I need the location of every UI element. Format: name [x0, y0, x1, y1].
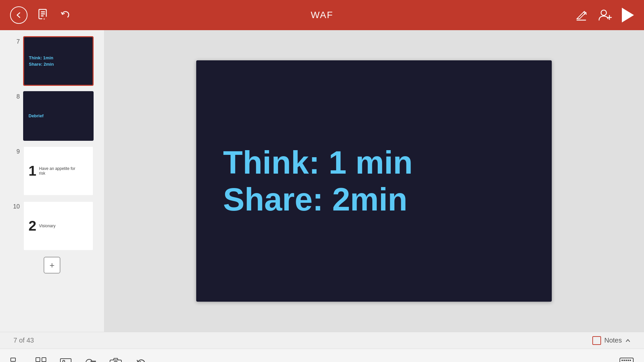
header-right: A	[575, 8, 634, 22]
notes-label: Notes	[604, 337, 622, 344]
slide-8-text: Debrief	[29, 113, 44, 119]
svg-rect-33	[630, 360, 631, 361]
slide-item-8[interactable]: 8 Debrief	[10, 91, 94, 141]
bottom-toolbar	[0, 349, 644, 362]
svg-rect-29	[622, 360, 623, 361]
svg-rect-3	[41, 15, 44, 16]
header-left: +	[10, 6, 72, 24]
slide-9-label: Have an appetite for risk	[39, 166, 79, 176]
outline-view-button[interactable]	[10, 357, 22, 362]
current-slide[interactable]: Think: 1 min Share: 2min	[196, 60, 552, 302]
header: + WAF A	[0, 0, 644, 30]
svg-rect-32	[628, 360, 629, 361]
svg-rect-16	[42, 358, 46, 362]
annotate-button[interactable]: A	[575, 9, 588, 21]
svg-text:+: +	[43, 17, 45, 21]
svg-text:A: A	[584, 11, 587, 15]
slide-number-7: 7	[10, 36, 20, 45]
play-button[interactable]	[622, 8, 634, 22]
slide-10-label: Visionary	[39, 224, 55, 228]
chevron-up-icon	[625, 338, 631, 343]
svg-rect-2	[41, 13, 45, 14]
slide-number-8: 8	[10, 91, 20, 100]
slide-thumb-7[interactable]: Think: 1minShare: 2min	[23, 36, 94, 86]
slide-thumb-9[interactable]: 1 Have an appetite for risk	[23, 146, 94, 196]
svg-rect-22	[91, 361, 96, 362]
slide-item-9[interactable]: 9 1 Have an appetite for risk	[10, 146, 94, 196]
notes-icon	[592, 336, 601, 345]
undo-button[interactable]	[60, 9, 72, 21]
svg-rect-30	[624, 360, 625, 361]
slide-item-7[interactable]: 7 Think: 1minShare: 2min	[10, 36, 94, 86]
notes-toggle[interactable]: Notes	[592, 336, 631, 345]
status-bar: 7 of 43 Notes	[0, 332, 644, 349]
slide-number-9: 9	[10, 146, 20, 155]
camera-button[interactable]	[109, 357, 122, 362]
keyboard-button[interactable]	[619, 357, 634, 362]
svg-rect-19	[60, 359, 71, 362]
bottom-left-tools	[10, 357, 147, 362]
bottom-right-tools	[596, 357, 634, 362]
slide-thumb-10[interactable]: 2 Visionary	[23, 201, 94, 251]
slide-number-10: 10	[10, 201, 20, 210]
bottom-undo-button[interactable]	[135, 357, 147, 362]
more-options-button[interactable]	[596, 358, 610, 362]
presentation-title: WAF	[311, 10, 333, 20]
shape-tool-button[interactable]	[85, 357, 97, 362]
slide-panel: 7 Think: 1minShare: 2min 8 Debrief 9 1	[0, 30, 104, 332]
title-text: WAF	[311, 10, 333, 20]
slide-editor: Think: 1 min Share: 2min	[104, 30, 644, 332]
svg-point-8	[601, 10, 606, 15]
main-area: 7 Think: 1minShare: 2min 8 Debrief 9 1	[0, 30, 644, 332]
slide-7-text: Think: 1minShare: 2min	[29, 55, 54, 68]
svg-rect-1	[41, 11, 45, 12]
svg-point-20	[63, 360, 65, 362]
page-indicator: 7 of 43	[13, 337, 34, 344]
grid-view-button[interactable]	[35, 357, 47, 362]
svg-rect-31	[626, 360, 627, 361]
slide-thumb-8[interactable]: Debrief	[23, 91, 94, 141]
add-user-button[interactable]	[598, 9, 612, 21]
image-button[interactable]	[60, 357, 72, 362]
back-button[interactable]	[10, 6, 28, 24]
slide-line-2: Share: 2min	[223, 181, 408, 218]
svg-rect-15	[36, 358, 40, 362]
svg-rect-11	[11, 358, 15, 361]
slide-9-num: 1	[29, 164, 36, 178]
slide-item-10[interactable]: 10 2 Visionary	[10, 201, 94, 251]
document-button[interactable]: +	[38, 9, 50, 21]
add-slide-icon: +	[49, 260, 54, 270]
add-slide-button[interactable]: +	[44, 257, 60, 274]
slide-line-1: Think: 1 min	[223, 144, 413, 181]
slide-10-num: 2	[29, 219, 36, 233]
